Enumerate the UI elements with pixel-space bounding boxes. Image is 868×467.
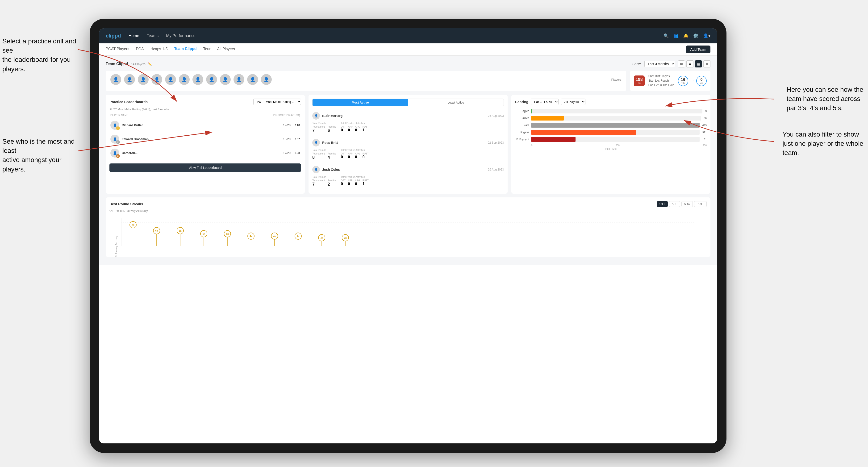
- subnav-hcaps[interactable]: Hcaps 1-5: [151, 47, 168, 52]
- rounds-group-3: Total Rounds Tournament 7 Practice 2: [312, 176, 336, 187]
- lb-avg-3: 103: [293, 151, 300, 155]
- nav-teams[interactable]: Teams: [147, 33, 158, 38]
- lb-score-2: 18/20: [281, 137, 290, 141]
- activity-player-header-3: 👤 Josh Coles 26 Aug 2023: [312, 166, 504, 173]
- leaderboards-title: Practice Leaderboards: [110, 100, 148, 104]
- activity-name-1: Blair McHarg: [322, 114, 486, 118]
- show-dropdown[interactable]: Last 3 months Last 6 months Last year: [644, 61, 675, 67]
- activity-name-2: Rees Britt: [322, 141, 486, 145]
- tournament-group-2: Tournament 8: [312, 152, 325, 160]
- avatar-5[interactable]: 👤: [165, 74, 176, 85]
- ott-1: OTT0: [341, 125, 346, 132]
- medal-bronze-icon: 3: [116, 154, 120, 158]
- scoring-bar-chart: Eagles 3 Birdies 96: [515, 108, 707, 151]
- list-view-button[interactable]: ≡: [686, 60, 693, 67]
- players-shot-row: 👤 👤 👤 👤 👤 👤 👤 👤 👤 👤 👤 👤 Players: [106, 71, 710, 91]
- nav-home[interactable]: Home: [129, 33, 139, 38]
- nav-bar: clippd Home Teams My Performance 🔍 👥 🔔 ⚙…: [99, 28, 717, 43]
- bar-value-bogeys: 311: [703, 131, 707, 134]
- ott-2: OTT0: [341, 152, 346, 159]
- leaderboard-col-headers: PLAYER NAME PB SCORE PB AVG SQ: [110, 114, 301, 117]
- lb-name-2: Edward Crossman: [122, 137, 279, 141]
- nav-performance[interactable]: My Performance: [166, 33, 195, 38]
- leaderboards-dropdown[interactable]: PUTT Must Make Putting ...: [253, 99, 301, 105]
- activity-avatar-3: 👤: [312, 166, 320, 173]
- streaks-chart-svg: 7x 6x 6x 5x: [110, 215, 707, 253]
- avatar-10[interactable]: 👤: [234, 74, 244, 85]
- streaks-tab-app[interactable]: APP: [669, 201, 680, 207]
- card-view-button[interactable]: ▦: [695, 60, 702, 67]
- user-icon[interactable]: 👤▾: [703, 33, 710, 38]
- circle1-value: 16: [681, 77, 685, 82]
- view-full-leaderboard-button[interactable]: View Full Leaderboard: [110, 163, 301, 172]
- activity-stats-2: Total Rounds Tournament 8 Practice 4: [312, 149, 504, 160]
- streaks-chart-area: % Fairway Accuracy 7x: [110, 215, 707, 253]
- streaks-tab-putt[interactable]: PUTT: [694, 201, 707, 207]
- scoring-par-dropdown[interactable]: Par 3, 4 & 5s: [531, 99, 559, 105]
- practice-act-label-1: Total Practice Activities: [341, 122, 369, 125]
- col-player: PLAYER NAME: [111, 114, 273, 117]
- svg-text:5x: 5x: [203, 232, 205, 235]
- activity-player-1: 👤 Blair McHarg 26 Aug 2023 Total Rounds …: [312, 109, 504, 136]
- x-axis-label: Total Shots: [515, 148, 707, 151]
- streaks-tab-arg[interactable]: ARG: [681, 201, 693, 207]
- practice-group-2: Practice 4: [328, 152, 336, 160]
- sub-nav: PGAT Players PGA Hcaps 1-5 Team Clippd T…: [99, 43, 717, 56]
- svg-text:3x: 3x: [344, 237, 347, 239]
- people-icon[interactable]: 👥: [673, 33, 679, 38]
- filter-view-button[interactable]: ⇅: [703, 60, 710, 67]
- activity-date-3: 26 Aug 2023: [488, 168, 504, 171]
- arg-2: ARG0: [355, 152, 360, 159]
- bar-track-birdies: [531, 116, 701, 121]
- svg-text:3x: 3x: [320, 237, 323, 239]
- app-logo: clippd: [106, 33, 121, 39]
- practice-group-1: Practice 6: [328, 125, 336, 133]
- ipad-frame: clippd Home Teams My Performance 🔍 👥 🔔 ⚙…: [90, 19, 726, 453]
- avatars-row: 👤 👤 👤 👤 👤 👤 👤 👤 👤 👤 👤 👤 Players: [111, 74, 621, 85]
- activity-tabs: Most Active Least Active: [312, 99, 504, 106]
- scoring-players-dropdown[interactable]: All Players: [561, 99, 585, 105]
- subnav-all-players[interactable]: All Players: [217, 47, 235, 52]
- annotation-top-right: Here you can see how theteam have scored…: [786, 85, 863, 113]
- medal-gold-icon: 1: [116, 126, 120, 130]
- add-team-button[interactable]: Add Team: [686, 45, 710, 53]
- lb-avatar-2: 👤 2: [111, 135, 119, 144]
- avatar-3[interactable]: 👤: [138, 74, 149, 85]
- most-active-tab[interactable]: Most Active: [312, 99, 408, 106]
- avatar-1[interactable]: 👤: [111, 74, 121, 85]
- avatar-4[interactable]: 👤: [151, 74, 162, 85]
- bar-birdies: Birdies 96: [515, 116, 707, 121]
- app-3: APP0: [348, 179, 352, 186]
- avatar-8[interactable]: 👤: [206, 74, 217, 85]
- activity-date-2: 02 Sep 2023: [488, 141, 504, 144]
- bell-icon[interactable]: 🔔: [683, 33, 688, 38]
- show-controls: Show: Last 3 months Last 6 months Last y…: [632, 60, 710, 67]
- activity-player-2: 👤 Rees Britt 02 Sep 2023 Total Rounds To…: [312, 136, 504, 163]
- settings-icon[interactable]: ⚙️: [693, 33, 699, 38]
- arrow-icon: →: [690, 78, 694, 83]
- subnav-tour[interactable]: Tour: [203, 47, 210, 52]
- activity-player-3: 👤 Josh Coles 26 Aug 2023 Total Rounds To…: [312, 163, 504, 190]
- subnav-pga[interactable]: PGA: [136, 47, 144, 52]
- least-active-tab[interactable]: Least Active: [408, 99, 503, 106]
- grid-view-button[interactable]: ⊞: [678, 60, 685, 67]
- practice-leaderboards-panel: Practice Leaderboards PUTT Must Make Put…: [106, 95, 305, 194]
- circle2-value: 0: [701, 77, 703, 82]
- avatar-6[interactable]: 👤: [179, 74, 190, 85]
- avatar-2[interactable]: 👤: [124, 74, 135, 85]
- avatar-7[interactable]: 👤: [192, 74, 203, 85]
- search-icon[interactable]: 🔍: [663, 33, 669, 38]
- avatar-12[interactable]: 👤: [261, 74, 272, 85]
- avatar-9[interactable]: 👤: [220, 74, 231, 85]
- nav-icons: 🔍 👥 🔔 ⚙️ 👤▾: [663, 33, 710, 38]
- annotation-bottom-left: See who is the most and leastactive amon…: [2, 137, 78, 174]
- putt-3: PUTT1: [363, 179, 369, 186]
- avatar-11[interactable]: 👤: [247, 74, 258, 85]
- x-axis-0: 0: [531, 144, 533, 147]
- bar-pars: Pars 499: [515, 123, 707, 128]
- edit-icon[interactable]: ✏️: [148, 62, 152, 66]
- subnav-pgat[interactable]: PGAT Players: [106, 47, 129, 52]
- streaks-tab-ott[interactable]: OTT: [657, 201, 668, 207]
- rounds-label-2: Total Rounds: [312, 149, 336, 151]
- subnav-team-clippd[interactable]: Team Clippd: [174, 47, 197, 52]
